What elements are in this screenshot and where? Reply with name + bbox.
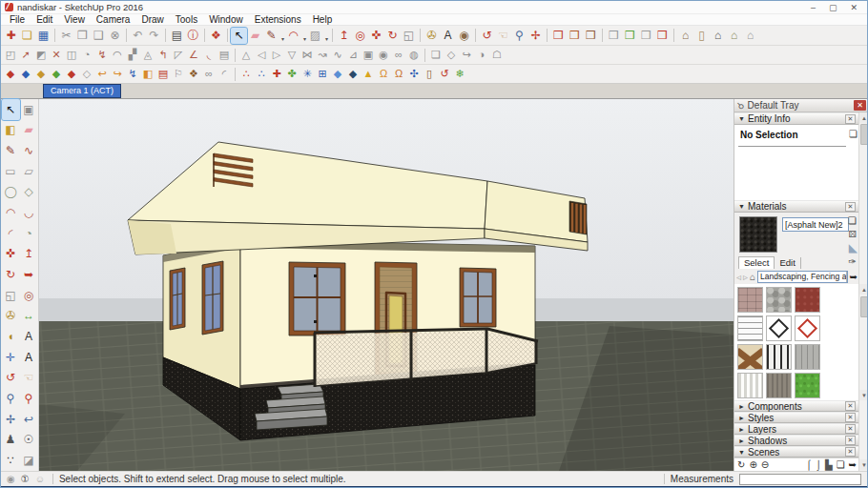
position-camera-button[interactable]: ♟	[2, 430, 20, 451]
material-swatch-red-clay[interactable]	[795, 287, 820, 313]
offset-tool-button[interactable]: ◎	[20, 285, 38, 306]
extension-tool-7-button[interactable]: ↯	[94, 48, 110, 63]
3d-text-tool-button[interactable]: A	[20, 347, 38, 368]
zoom-extents-button[interactable]: ✢	[2, 409, 20, 430]
scale-tool-button[interactable]: ◱	[401, 28, 417, 44]
look-around-button[interactable]: ☉	[20, 430, 38, 451]
left-window-2[interactable]	[202, 261, 223, 335]
warning-triangle-button[interactable]: ▲	[361, 67, 376, 82]
scale-tool-button[interactable]: ◱	[2, 285, 20, 306]
extension-tool-4-button[interactable]: ✕	[49, 48, 64, 63]
layer-tool-green-button[interactable]: ◆	[49, 67, 64, 82]
orbit-tool-button[interactable]: ↺	[479, 28, 495, 44]
scenes-header[interactable]: ▼ Scenes ✕	[734, 446, 859, 458]
zoom-extents-button[interactable]: ✢	[527, 28, 544, 44]
layer-tool-blue-button[interactable]: ◆	[18, 67, 33, 82]
extension-tool-1-button[interactable]: ◰	[3, 48, 18, 63]
arc-tool-button[interactable]: ◠▾	[285, 28, 301, 44]
plus-green-button[interactable]: ✤	[284, 67, 300, 82]
extension-warehouse-button[interactable]: ◉	[456, 28, 472, 44]
extension-tool-17-button[interactable]: ◁	[254, 48, 269, 63]
extension-tool-23-button[interactable]: ⊿	[345, 48, 361, 63]
details-arrow-icon[interactable]: ➥	[850, 272, 858, 282]
entity-toggle-icon[interactable]: ❏	[849, 129, 858, 139]
zoom-previous-button[interactable]: ↩	[20, 409, 38, 430]
chevron-down-icon[interactable]: ▼	[846, 272, 847, 282]
entity-info-header[interactable]: ▼ Entity Info ✕	[734, 112, 859, 125]
extension-tool-32-button[interactable]: ☖	[489, 48, 505, 63]
view-options-icon[interactable]: ▙	[825, 459, 833, 471]
secondary-pane-icon[interactable]: ❏	[848, 215, 857, 226]
flag-tool-button[interactable]: ⚐	[171, 67, 186, 82]
material-name-input[interactable]	[782, 217, 849, 232]
materials-header[interactable]: ▼ Materials ✕	[734, 200, 859, 213]
toggle-terrain-button[interactable]: ❒	[567, 28, 583, 44]
chevron-down-icon[interactable]: ▾	[281, 31, 284, 47]
component-door-button[interactable]: ▯	[693, 28, 710, 44]
paste-button[interactable]: ❑	[91, 28, 107, 44]
grid-blue-button[interactable]: ⊞	[315, 67, 330, 82]
claim-credit-icon[interactable]: ☺	[35, 474, 45, 484]
sample-paint-icon[interactable]: ✑	[849, 256, 857, 267]
shadows-header[interactable]: ►Shadows✕	[734, 435, 859, 446]
extension-tool-21-button[interactable]: ↝	[315, 48, 330, 63]
photo-textures-button[interactable]: ❒	[583, 28, 599, 44]
material-swatch-pavers[interactable]	[737, 287, 763, 313]
forward-arrow-icon[interactable]: ▹	[743, 272, 748, 282]
material-swatch-wood-cross[interactable]	[737, 344, 763, 370]
collection-dropdown[interactable]: Landscaping, Fencing a ▼	[757, 271, 848, 283]
back-arrow-icon[interactable]: ◃	[736, 272, 741, 282]
zoom-window-tool-button[interactable]: ⚲	[20, 388, 38, 409]
add-location-button[interactable]: ❒	[550, 28, 567, 44]
tape-measure-button[interactable]: ✇	[424, 28, 440, 44]
menu-edit[interactable]: Edit	[31, 14, 58, 26]
orbit-tool-button[interactable]: ↺	[2, 368, 20, 389]
layer-tool-red-button[interactable]: ◆	[3, 67, 18, 82]
push-pull-tool-button[interactable]: ↥	[336, 28, 352, 44]
tray-scrollbar[interactable]: ▲ ▲ ▼ ▼	[858, 112, 868, 471]
select-tool-button[interactable]: ↖	[231, 28, 247, 44]
extension-tool-10-button[interactable]: ◬	[140, 48, 155, 63]
asterisk-blue-button[interactable]: ✳	[300, 67, 315, 82]
extension-tool-22-button[interactable]: ∿	[330, 48, 345, 63]
menu-window[interactable]: Window	[203, 14, 249, 26]
scenes-close-icon[interactable]: ✕	[845, 447, 856, 457]
axes-tool-button[interactable]: ✛	[2, 347, 20, 368]
rotate-tool-button[interactable]: ↻	[2, 264, 20, 285]
eraser-tool-button[interactable]: ▰	[247, 28, 263, 44]
walk-tool-button[interactable]: ∵	[2, 450, 20, 471]
extension-tool-12-button[interactable]: ◸	[171, 48, 186, 63]
scroll-down-icon[interactable]: ▼	[859, 459, 868, 470]
line-tool-button[interactable]: ✎	[2, 140, 20, 161]
measurements-input[interactable]	[739, 474, 861, 485]
two-point-arc-tool-button[interactable]: ◡	[20, 202, 38, 223]
menu-file[interactable]: File	[4, 14, 31, 26]
dimension-tool-button[interactable]: ↔	[20, 306, 38, 327]
extension-tool-26-button[interactable]: ∞	[391, 48, 406, 63]
geo-model-button[interactable]: ❒	[622, 28, 638, 44]
make-component-button[interactable]: ▣	[20, 99, 38, 120]
close-button[interactable]: ✕	[850, 3, 858, 12]
move-scene-right-icon[interactable]: ⌡	[816, 459, 821, 471]
extension-tool-24-button[interactable]: ▣	[361, 48, 376, 63]
house-shaded-button[interactable]: ⌂	[726, 28, 742, 44]
freehand-tool-button[interactable]: ∿	[20, 140, 38, 161]
extension-tool-6-button[interactable]: ◔	[79, 48, 94, 63]
scroll-up-icon[interactable]: ▲	[859, 112, 868, 123]
details-menu-icon[interactable]: ➥	[849, 459, 857, 471]
line-tool-button[interactable]: ✎▾	[263, 28, 279, 44]
redo-button[interactable]: ↷	[146, 28, 162, 44]
bolt-tool-button[interactable]: ↯	[125, 67, 140, 82]
paint-bucket-button[interactable]: ❖	[208, 28, 224, 44]
house-solid-button[interactable]: ⌂	[710, 28, 726, 44]
update-scene-icon[interactable]: ↻	[737, 459, 745, 471]
house-model[interactable]	[128, 142, 588, 440]
material-swatch-iron-fence[interactable]	[766, 344, 792, 370]
geolocation-icon[interactable]: ◉	[7, 474, 15, 484]
chevron-down-icon[interactable]: ▾	[325, 31, 328, 47]
scroll-up-icon[interactable]: ▲	[859, 284, 868, 295]
material-swatch-wire-fence[interactable]	[737, 315, 763, 341]
remove-scene-icon[interactable]: ⊖	[761, 459, 769, 471]
maximize-button[interactable]: ▢	[829, 3, 837, 12]
menu-camera[interactable]: Camera	[91, 14, 136, 26]
